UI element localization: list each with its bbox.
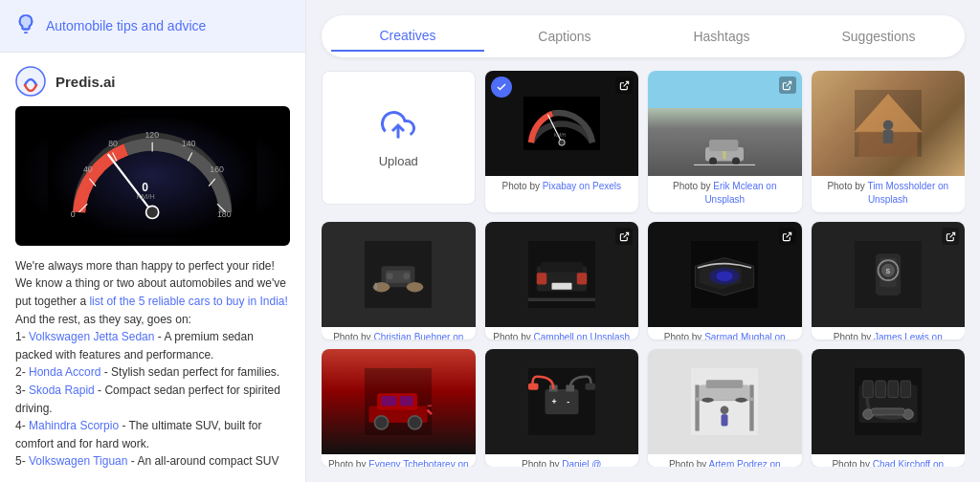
image-caption-4: Photo by Christian Buehner on Unsplash [322, 327, 476, 340]
brand-name: Predis.ai [56, 74, 116, 90]
svg-line-26 [787, 81, 791, 86]
image-caption-3: Photo by Tim Mossholder on Unsplash [812, 176, 966, 212]
svg-rect-29 [709, 140, 738, 151]
tab-creatives[interactable]: Creatives [331, 21, 484, 52]
image-caption-6: Photo by Sarmad Mughal on Pexels [648, 327, 802, 340]
image-caption-5: Photo by Campbell on Unsplash [485, 327, 639, 340]
svg-rect-86 [750, 385, 754, 431]
svg-point-58 [717, 272, 734, 282]
svg-point-30 [709, 157, 717, 164]
image-caption-1: Photo by Pixabay on Pexels [485, 176, 639, 199]
svg-text:80: 80 [109, 139, 119, 148]
svg-text:160: 160 [211, 165, 225, 175]
image-item-8[interactable]: Photo by Evgeny Tchebotarev on Unsplash [322, 349, 476, 467]
svg-rect-98 [888, 381, 899, 398]
left-panel: Automobile tips and advice Predis.ai [0, 0, 306, 482]
external-link-icon [615, 77, 633, 94]
tab-captions[interactable]: Captions [488, 22, 641, 51]
svg-text:180: 180 [217, 210, 232, 220]
upload-label: Upload [379, 154, 418, 168]
image-item-5[interactable]: Photo by Campbell on Unsplash [485, 222, 639, 340]
svg-point-17 [146, 207, 159, 219]
svg-rect-79 [528, 383, 539, 390]
svg-text:+: + [551, 397, 556, 406]
svg-rect-80 [585, 383, 595, 390]
image-caption-9: Photo by Daniel @ Bestjumpstarterreview.… [485, 454, 639, 467]
image-caption-2: Photo by Erik Mclean on Unsplash [648, 176, 802, 212]
svg-rect-51 [537, 273, 547, 284]
svg-rect-99 [901, 381, 911, 398]
svg-point-72 [409, 416, 422, 429]
svg-text:-: - [567, 397, 569, 406]
image-item-1[interactable]: KM/H Photo by Pixabay on Pexels [485, 71, 639, 212]
header-title: Automobile tips and advice [46, 18, 206, 33]
svg-line-59 [949, 232, 954, 237]
svg-rect-102 [871, 408, 904, 415]
bulb-icon [15, 13, 36, 38]
svg-rect-96 [863, 381, 874, 398]
svg-point-45 [407, 282, 424, 293]
svg-rect-70 [400, 396, 413, 406]
svg-line-55 [787, 232, 791, 237]
svg-point-71 [375, 416, 389, 429]
svg-text:40: 40 [83, 165, 93, 175]
image-item-9[interactable]: + - Photo by Daniel @ Bestjumpstarterrev… [485, 349, 639, 467]
svg-line-47 [623, 232, 628, 237]
svg-point-24 [559, 140, 565, 145]
svg-point-90 [721, 405, 729, 414]
svg-text:KM/H: KM/H [554, 133, 567, 138]
brand-logo-icon [15, 66, 46, 97]
svg-line-21 [623, 81, 628, 86]
tabs-bar: Creatives Captions Hashtags Suggestions [322, 15, 965, 57]
image-item-10[interactable]: Photo by Artem Podrez on Pexels [648, 349, 802, 467]
svg-point-31 [732, 157, 740, 164]
right-panel: Creatives Captions Hashtags Suggestions … [306, 0, 980, 482]
image-item-4[interactable]: Photo by Christian Buehner on Unsplash [322, 222, 476, 340]
svg-point-93 [736, 398, 747, 403]
svg-text:140: 140 [182, 139, 196, 148]
svg-point-43 [404, 273, 411, 279]
post-text: We're always more than happy to perfect … [0, 246, 305, 482]
svg-rect-69 [382, 396, 397, 406]
image-item-7[interactable]: S Photo by James Lewis on Unsplash [812, 222, 966, 340]
external-link-icon-6 [779, 228, 796, 245]
tab-hashtags[interactable]: Hashtags [645, 22, 798, 51]
image-caption-7: Photo by James Lewis on Unsplash [812, 327, 966, 340]
svg-rect-97 [876, 381, 886, 398]
image-grid: Upload KM/H [322, 71, 965, 467]
svg-point-42 [387, 273, 393, 279]
post-preview-image: 0 40 80 120 140 160 180 KM/H 0 [15, 106, 290, 246]
svg-text:120: 120 [145, 131, 160, 141]
svg-rect-85 [696, 385, 700, 431]
image-item-2[interactable]: Photo by Erik Mclean on Unsplash [648, 71, 802, 212]
svg-text:0: 0 [71, 210, 76, 220]
upload-icon [381, 108, 415, 146]
svg-rect-91 [722, 414, 728, 426]
header-banner: Automobile tips and advice [0, 0, 305, 53]
selected-check-icon [491, 77, 512, 98]
image-caption-11: Photo by Chad Kirchoff on Unsplash [812, 454, 966, 467]
external-link-icon-5 [615, 228, 633, 245]
svg-rect-46 [375, 283, 378, 290]
svg-rect-53 [551, 283, 571, 290]
svg-rect-76 [545, 389, 578, 414]
svg-point-92 [702, 398, 714, 403]
image-caption-10: Photo by Artem Podrez on Pexels [648, 454, 802, 467]
image-item-11[interactable]: Photo by Chad Kirchoff on Unsplash [812, 349, 966, 467]
brand-row: Predis.ai [0, 53, 305, 106]
svg-rect-38 [883, 130, 894, 143]
external-link-icon-7 [942, 228, 959, 245]
upload-button[interactable]: Upload [322, 71, 476, 205]
svg-rect-50 [541, 262, 583, 273]
svg-rect-52 [577, 273, 588, 284]
image-caption-8: Photo by Evgeny Tchebotarev on Unsplash [322, 454, 476, 467]
svg-text:0: 0 [143, 181, 149, 194]
svg-text:S: S [885, 268, 890, 274]
tab-suggestions[interactable]: Suggestions [802, 22, 955, 51]
svg-rect-89 [706, 380, 744, 388]
external-link-icon-2 [779, 77, 796, 94]
svg-point-37 [883, 120, 894, 131]
image-item-3[interactable]: Photo by Tim Mossholder on Unsplash [812, 71, 966, 212]
image-item-6[interactable]: Photo by Sarmad Mughal on Pexels [648, 222, 802, 340]
